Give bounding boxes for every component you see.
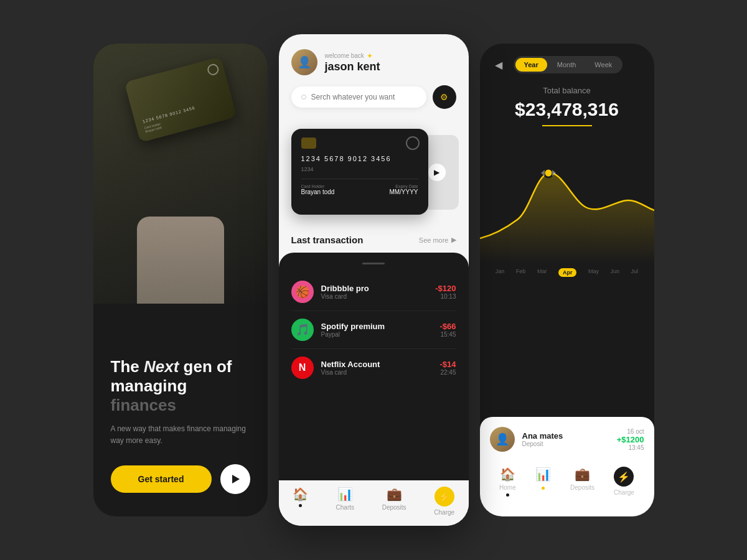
welcome-label: welcome back ✦ — [325, 52, 380, 60]
card-holder-section: Card Holder Brayan todd — [301, 184, 335, 195]
recent-transaction-card: 👤 Ana mates Deposit 16 oct +$1200 13:45 … — [480, 417, 654, 516]
nav-active-dot — [299, 504, 302, 507]
phone1-hero-image: 1234 5678 9012 3456 Card Holder Brayan t… — [93, 44, 268, 304]
nav3-charge-icon: ⚡ — [614, 467, 634, 487]
tx-netflix-info: Netflix Account Visa card — [321, 360, 433, 376]
tx-dribbble-amounts: -$120 10:13 — [435, 284, 456, 300]
recent-name: Ana mates — [522, 431, 609, 441]
card-sub-number: 1234 — [301, 166, 418, 172]
phone1-actions: Get started — [111, 464, 250, 494]
card-bottom: Card Holder Brayan todd Expiry Date MM/Y… — [301, 184, 418, 195]
card-arrow-icon: ▶ — [428, 164, 446, 181]
x-label-feb: Feb — [516, 268, 526, 277]
card-holder-name: Brayan todd — [301, 189, 335, 195]
get-started-button[interactable]: Get started — [111, 465, 212, 493]
nav3-charge[interactable]: ⚡ Charge — [614, 467, 634, 497]
main-credit-card[interactable]: 1234 5678 9012 3456 1234 Card Holder Bra… — [291, 129, 428, 215]
tab-year[interactable]: Year — [515, 58, 547, 72]
card-expiry: MM/YYYY — [389, 189, 418, 195]
nav3-home-label: Home — [499, 484, 516, 491]
card-chip — [301, 138, 316, 149]
transaction-list: 🏀 Dribbble pro Visa card -$120 10:13 🎵 S… — [279, 253, 469, 480]
filter-button[interactable]: ⚙ — [433, 85, 456, 109]
user-avatar: 👤 — [291, 49, 317, 75]
card-expiry-label: Expiry Date — [389, 184, 418, 189]
x-label-mar: Mar — [537, 268, 547, 277]
charts-icon: 📊 — [337, 487, 353, 502]
spotify-icon: 🎵 — [291, 319, 314, 341]
balance-label: Total balance — [492, 86, 642, 95]
nav3-charts-icon: 📊 — [535, 467, 551, 482]
bottom-navigation-3: 🏠 Home 📊 💼 Deposits ⚡ Charge — [490, 460, 644, 506]
transactions-header: Last transaction See more ▶ — [279, 235, 469, 245]
recent-time: 13:45 — [617, 444, 644, 451]
nav-home[interactable]: 🏠 — [293, 487, 308, 516]
tx-list-handle — [362, 263, 385, 264]
nav-deposits[interactable]: 💼 Deposits — [382, 487, 406, 516]
phone1-title: The Next gen of managing finances — [111, 357, 250, 416]
welcome-text: welcome back ✦ jason kent — [325, 52, 380, 73]
transaction-item-spotify[interactable]: 🎵 Spotify premium Paypal -$66 15:45 — [291, 311, 456, 349]
transaction-item-netflix[interactable]: N Netflix Account Visa card -$14 22:45 — [291, 349, 456, 386]
tx-spotify-time: 15:45 — [439, 331, 456, 338]
nav-charts[interactable]: 📊 Charts — [336, 487, 354, 516]
phone-1: 1234 5678 9012 3456 Card Holder Brayan t… — [93, 44, 268, 516]
tx-dribbble-method: Visa card — [321, 293, 428, 300]
welcome-row: 👤 welcome back ✦ jason kent — [291, 49, 456, 75]
recent-transaction-item: 👤 Ana mates Deposit 16 oct +$1200 13:45 — [490, 427, 644, 452]
tab-month[interactable]: Month — [548, 58, 585, 72]
nav3-deposits-label: Deposits — [570, 484, 594, 491]
time-tabs: Year Month Week — [514, 56, 623, 73]
tx-netflix-time: 22:45 — [439, 369, 456, 376]
transactions-title: Last transaction — [291, 235, 364, 245]
hand-background: 1234 5678 9012 3456 Card Holder Brayan t… — [93, 44, 268, 304]
tx-spotify-amount: -$66 — [439, 322, 456, 331]
back-button[interactable]: ◀ — [490, 56, 507, 73]
card-in-hand: 1234 5678 9012 3456 Card Holder Brayan t… — [124, 57, 236, 142]
dribbble-icon: 🏀 — [291, 281, 314, 303]
nav3-charts[interactable]: 📊 — [535, 467, 551, 497]
see-more-link[interactable]: See more ▶ — [419, 236, 456, 244]
play-button[interactable] — [220, 464, 250, 494]
phone-3: ◀ Year Month Week Total balance $23,478,… — [480, 44, 654, 516]
balance-chart — [480, 139, 654, 263]
phone3-header: ◀ Year Month Week — [480, 44, 654, 73]
balance-amount: $23,478,316 — [492, 99, 642, 120]
filter-icon: ⚙ — [440, 92, 448, 102]
sparkle-icon: ✦ — [367, 52, 373, 60]
search-input[interactable] — [311, 93, 416, 101]
tx-spotify-method: Paypal — [321, 331, 433, 338]
tx-netflix-name: Netflix Account — [321, 360, 433, 369]
recent-info: Ana mates Deposit — [522, 431, 609, 447]
tab-week[interactable]: Week — [586, 58, 621, 72]
charge-icon: ⚡ — [435, 487, 454, 506]
tx-spotify-amounts: -$66 15:45 — [439, 322, 456, 338]
nav3-charts-dot — [542, 487, 545, 490]
tx-netflix-amount: -$14 — [439, 360, 456, 369]
transaction-item-dribbble[interactable]: 🏀 Dribbble pro Visa card -$120 10:13 — [291, 273, 456, 311]
svg-marker-1 — [541, 170, 545, 176]
phone1-subtitle: A new way that makes finance managing wa… — [111, 423, 250, 447]
card-holder-label: Card Holder — [301, 184, 335, 189]
play-triangle-icon — [232, 475, 240, 483]
nav3-home[interactable]: 🏠 Home — [499, 467, 516, 497]
nav-charge-label: Charge — [434, 509, 454, 516]
deposits-icon: 💼 — [387, 487, 402, 502]
phone2-top: 👤 welcome back ✦ jason kent ⚙ — [279, 34, 469, 129]
search-row: ⚙ — [291, 85, 456, 109]
tx-netflix-amounts: -$14 22:45 — [439, 360, 456, 376]
netflix-icon: N — [291, 357, 314, 379]
nav-charge[interactable]: ⚡ Charge — [434, 487, 454, 516]
search-bar[interactable] — [291, 86, 426, 108]
hand-graphic — [137, 217, 224, 304]
bottom-navigation: 🏠 📊 Charts 💼 Deposits ⚡ Charge — [279, 480, 469, 526]
x-label-jan: Jan — [496, 268, 505, 277]
x-label-apr[interactable]: Apr — [558, 268, 577, 277]
nav3-deposits[interactable]: 💼 Deposits — [570, 467, 594, 497]
phone-2: 👤 welcome back ✦ jason kent ⚙ 1 — [279, 34, 469, 526]
x-label-jun: Jun — [611, 268, 620, 277]
nav-charts-label: Charts — [336, 504, 354, 511]
card-logo-icon — [406, 136, 420, 150]
svg-point-0 — [544, 169, 553, 177]
tx-netflix-method: Visa card — [321, 369, 433, 376]
